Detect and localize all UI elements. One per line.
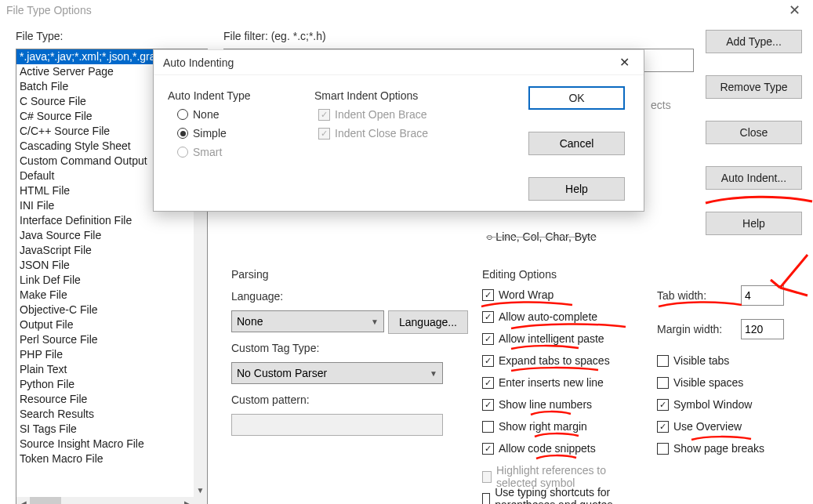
- list-item[interactable]: Output File: [16, 317, 207, 332]
- language-button[interactable]: Language...: [388, 310, 468, 334]
- checkbox-label: Symbol Window: [673, 398, 752, 411]
- checkbox-option[interactable]: Use typing shortcuts for parentheses and…: [482, 486, 643, 504]
- checkbox-option[interactable]: ✓Allow auto-complete: [482, 310, 643, 323]
- custom-tag-select[interactable]: No Custom Parser ▼: [231, 362, 443, 384]
- dialog-help-button[interactable]: Help: [528, 177, 625, 201]
- margin-width-label: Margin width:: [657, 323, 722, 335]
- checkbox-label: Show page breaks: [673, 442, 764, 455]
- chevron-down-icon: ▼: [430, 369, 437, 378]
- editing-options-heading: Editing Options: [482, 268, 557, 281]
- list-item[interactable]: PHP File: [16, 347, 207, 362]
- checkbox-option: ✓Indent Close Brace: [318, 127, 428, 140]
- list-item[interactable]: Resource File: [16, 392, 207, 407]
- list-item[interactable]: Java Source File: [16, 228, 207, 243]
- checkbox-label: Visible spaces: [673, 376, 743, 389]
- checkbox-icon: ✓: [482, 399, 494, 411]
- dialog-title: Auto Indenting: [163, 56, 615, 69]
- list-item[interactable]: JSON File: [16, 258, 207, 273]
- checkbox-option[interactable]: ✓Symbol Window: [657, 398, 813, 411]
- checkbox-label: Use Overview: [673, 420, 742, 433]
- dialog-close-icon[interactable]: ✕: [615, 55, 634, 70]
- auto-indenting-dialog: Auto Indenting ✕ Auto Indent Type NoneSi…: [153, 49, 644, 212]
- radio-label: None: [193, 108, 219, 121]
- checkbox-label: Allow auto-complete: [499, 310, 597, 323]
- list-item[interactable]: SI Tags File: [16, 422, 207, 437]
- close-icon[interactable]: ✕: [782, 2, 807, 19]
- checkbox-icon: ✓: [482, 311, 494, 323]
- list-item[interactable]: Link Def File: [16, 273, 207, 288]
- checkbox-icon: ✓: [318, 109, 330, 121]
- parsing-heading: Parsing: [231, 268, 268, 281]
- help-button[interactable]: Help: [706, 212, 802, 235]
- list-item[interactable]: Make File: [16, 288, 207, 303]
- custom-tag-label: Custom Tag Type:: [231, 342, 319, 354]
- checkbox-option[interactable]: Show right margin: [482, 420, 643, 433]
- checkbox-icon: [657, 443, 669, 455]
- checkbox-icon: ✓: [482, 355, 494, 367]
- checkbox-icon: ✓: [318, 128, 330, 140]
- checkbox-label: Enter inserts new line: [499, 376, 604, 389]
- obscured-text: ects: [651, 99, 671, 111]
- checkbox-icon: [657, 377, 669, 389]
- checkbox-option[interactable]: Visible spaces: [657, 376, 813, 389]
- checkbox-label: Show right margin: [499, 420, 587, 433]
- custom-tag-select-value: No Custom Parser: [237, 367, 327, 379]
- checkbox-option[interactable]: ✓Allow intelligent paste: [482, 332, 643, 345]
- close-button[interactable]: Close: [706, 121, 802, 144]
- add-type-button[interactable]: Add Type...: [706, 30, 802, 53]
- remove-type-button[interactable]: Remove Type: [706, 75, 802, 99]
- checkbox-option[interactable]: ✓Enter inserts new line: [482, 376, 643, 389]
- list-item[interactable]: JavaScript File: [16, 243, 207, 258]
- checkbox-label: Use typing shortcuts for parentheses and…: [495, 486, 643, 504]
- checkbox-label: Allow intelligent paste: [499, 332, 604, 345]
- radio-icon: [177, 109, 188, 120]
- tab-width-input[interactable]: [741, 285, 784, 306]
- checkbox-icon: ✓: [482, 377, 494, 389]
- checkbox-label: Visible tabs: [673, 354, 729, 367]
- list-item[interactable]: Plain Text: [16, 362, 207, 377]
- checkbox-option[interactable]: ✓Use Overview: [657, 420, 813, 433]
- radio-label: Simple: [193, 127, 227, 140]
- checkbox-label: Allow code snippets: [499, 442, 596, 455]
- list-item[interactable]: Interface Definition File: [16, 213, 207, 228]
- language-select[interactable]: None ▼: [231, 310, 384, 332]
- file-type-label: File Type:: [16, 30, 63, 42]
- checkbox-label: Indent Close Brace: [335, 127, 428, 140]
- checkbox-icon: [482, 421, 494, 433]
- checkbox-option[interactable]: ✓Allow code snippets: [482, 442, 643, 455]
- auto-indent-type-label: Auto Indent Type: [168, 89, 251, 102]
- radio-option[interactable]: None: [177, 108, 227, 121]
- radio-option[interactable]: Simple: [177, 127, 227, 140]
- scroll-right-icon[interactable]: ▶: [180, 497, 194, 504]
- checkbox-label: Show line numbers: [499, 398, 592, 411]
- checkbox-option[interactable]: ✓Show line numbers: [482, 398, 643, 411]
- checkbox-option[interactable]: ✓Expand tabs to spaces: [482, 354, 643, 367]
- checkbox-option[interactable]: Show page breaks: [657, 442, 813, 455]
- auto-indent-button[interactable]: Auto Indent...: [706, 166, 802, 190]
- scroll-down-icon[interactable]: ▼: [194, 484, 207, 497]
- cancel-button[interactable]: Cancel: [528, 132, 625, 155]
- list-item[interactable]: Source Insight Macro File: [16, 437, 207, 451]
- list-item[interactable]: Search Results: [16, 407, 207, 422]
- scroll-left-icon[interactable]: ◀: [16, 497, 30, 504]
- checkbox-option: ✓Indent Open Brace: [318, 108, 428, 121]
- margin-width-input[interactable]: [741, 319, 784, 339]
- tab-width-label: Tab width:: [657, 289, 706, 302]
- window-title: File Type Options: [6, 4, 782, 16]
- list-item[interactable]: Perl Source File: [16, 332, 207, 347]
- custom-pattern-input: [231, 414, 443, 436]
- checkbox-icon: [482, 493, 490, 505]
- ok-button[interactable]: OK: [528, 86, 625, 110]
- list-item[interactable]: Objective-C File: [16, 303, 207, 317]
- scroll-thumb[interactable]: [30, 497, 61, 504]
- checkbox-option[interactable]: Visible tabs: [657, 354, 813, 367]
- checkbox-icon: ✓: [482, 443, 494, 455]
- list-item[interactable]: Python File: [16, 377, 207, 392]
- obscured-radio-label: ○ Line, Col, Char, Byte: [486, 230, 597, 243]
- list-item[interactable]: Token Macro File: [16, 451, 207, 466]
- checkbox-icon: ✓: [482, 333, 494, 345]
- horizontal-scrollbar[interactable]: ◀ ▶: [16, 497, 207, 504]
- checkbox-icon: [657, 355, 669, 367]
- radio-option: Smart: [177, 146, 227, 158]
- checkbox-option[interactable]: ✓Word Wrap: [482, 288, 643, 301]
